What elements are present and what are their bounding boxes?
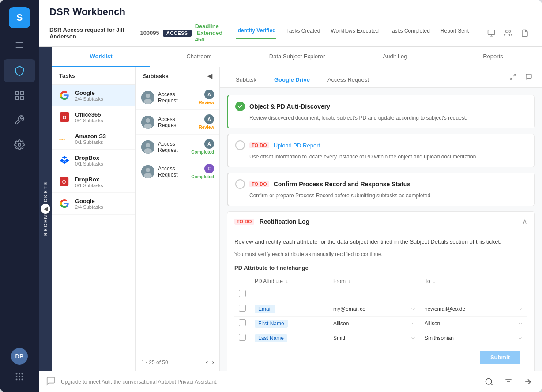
page-next-button[interactable]: ›: [212, 358, 214, 366]
task-item[interactable]: Google 2/4 Subtasks: [52, 193, 136, 215]
rect-desc: Review and rectify each attribute for th…: [234, 237, 527, 247]
step-tasks-completed[interactable]: Tasks Completed: [389, 28, 430, 38]
tab-data-subject-explorer[interactable]: Data Subject Explorer: [248, 47, 346, 67]
step-report-sent[interactable]: Report Sent: [440, 28, 469, 38]
pd-attribute-lastname: Last Name: [255, 334, 287, 342]
submit-button[interactable]: Submit: [480, 351, 520, 364]
logo[interactable]: S: [0, 0, 39, 35]
table-header-to: To ↓: [420, 275, 527, 287]
task-card-confirm: TO DO Confirm Process Record and Respons…: [227, 173, 535, 206]
work-tab-bar: Subtask Google Drive Access Request: [220, 67, 542, 88]
tab-worklist[interactable]: Worklist: [52, 47, 150, 67]
page-prev-button[interactable]: ‹: [206, 358, 208, 366]
subtasks-nav-left[interactable]: ◀: [207, 72, 212, 79]
table-row: First Name Allison: [234, 316, 527, 331]
tab-reports[interactable]: Reports: [444, 47, 542, 67]
task-logo-aws: aws: [58, 132, 71, 145]
svg-point-25: [146, 94, 150, 98]
sidebar-item-dashboard[interactable]: [4, 84, 35, 107]
search-icon[interactable]: [482, 375, 496, 389]
deadline-value: Extended 45d: [195, 30, 223, 43]
row-checkbox[interactable]: [239, 334, 246, 341]
ticket-type-badge: ACCESS: [163, 30, 192, 37]
tab-audit-log[interactable]: Audit Log: [346, 47, 444, 67]
task-item[interactable]: Google 2/4 Subtasks: [52, 85, 136, 106]
svg-point-31: [146, 143, 150, 147]
sidebar-item-wrench[interactable]: [4, 109, 35, 132]
task-subtask-count: 0/1 Subtasks: [75, 139, 129, 145]
task-subtask-count: 2/4 Subtasks: [75, 96, 129, 102]
work-tab-access-request[interactable]: Access Request: [319, 73, 378, 87]
task-name: DropBox: [75, 176, 129, 183]
subtask-item[interactable]: Access Request E Completed: [136, 159, 219, 184]
ticket-steps: Identity Verified Tasks Created Workflow…: [236, 27, 469, 39]
from-value-email: my@email.co: [333, 306, 408, 312]
work-tab-google-drive[interactable]: Google Drive: [265, 73, 319, 87]
step-identity-verified[interactable]: Identity Verified: [236, 27, 275, 39]
work-tab-subtask[interactable]: Subtask: [227, 73, 265, 87]
svg-point-16: [22, 379, 23, 381]
from-dropdown-lastname[interactable]: Smith: [333, 335, 416, 341]
bottom-bar: Upgrade to meet Auti, the conversational…: [39, 371, 542, 392]
subtask-info: Access Request: [158, 91, 196, 104]
task-item[interactable]: O DropBox 0/1 Subtasks: [52, 171, 136, 193]
subtask-status: Review: [199, 100, 214, 105]
chat-bubble-icon: [46, 376, 56, 388]
step-workflows-executed[interactable]: Workflows Executed: [331, 28, 379, 38]
subtask-avatar: [141, 165, 154, 178]
apps-icon[interactable]: [11, 368, 28, 385]
subtask-item[interactable]: Access Request A Review: [136, 110, 219, 135]
comment-icon[interactable]: [523, 71, 535, 85]
from-dropdown-firstname[interactable]: Allison: [333, 320, 416, 327]
subtask-badge: A Completed: [191, 139, 214, 155]
subtask-item[interactable]: Access Request A Review: [136, 85, 219, 110]
task-info: Amazon S3 0/1 Subtasks: [75, 133, 129, 145]
table-row: [234, 287, 527, 302]
tasks-header: Tasks: [52, 67, 136, 85]
row-checkbox[interactable]: [239, 319, 246, 326]
ticket-icon-people[interactable]: [501, 26, 515, 40]
svg-line-37: [510, 77, 512, 79]
filter-icon[interactable]: [501, 375, 516, 389]
arrow-icon[interactable]: [521, 375, 535, 389]
ticket-id: 100095: [140, 30, 159, 36]
panel-content: Tasks Google 2/4 Subtasks: [52, 67, 542, 371]
deadline-label: Deadline Extended 45d: [195, 23, 231, 43]
recent-tickets-sidebar[interactable]: ◀ RECENT TICKETS: [39, 47, 52, 371]
user-avatar[interactable]: DB: [11, 348, 28, 365]
to-dropdown-firstname[interactable]: Allison: [425, 320, 523, 327]
task-item[interactable]: DropBox 0/1 Subtasks: [52, 150, 136, 171]
rect-collapse-icon[interactable]: ∧: [522, 217, 527, 226]
to-dropdown-lastname[interactable]: Smithsonian: [425, 335, 523, 341]
rect-header: TO DO Rectification Log ∧: [227, 212, 534, 231]
row-checkbox[interactable]: [239, 290, 246, 297]
subtasks-panel: Subtasks ◀ Access Request: [136, 67, 220, 371]
task-name: Amazon S3: [75, 133, 129, 139]
subtask-item[interactable]: Access Request A Completed: [136, 135, 219, 159]
to-dropdown-email[interactable]: newemail@co.de: [425, 306, 523, 312]
subtask-badge-letter: E: [204, 164, 214, 173]
bottom-actions: [482, 375, 535, 389]
from-dropdown-email[interactable]: my@email.co: [333, 306, 416, 312]
step-tasks-created[interactable]: Tasks Created: [286, 28, 320, 38]
from-value-lastname: Smith: [333, 335, 408, 341]
tab-chatroom[interactable]: Chatroom: [150, 47, 248, 67]
svg-point-9: [19, 373, 20, 375]
sidebar-item-gear[interactable]: [4, 133, 35, 156]
task-item[interactable]: O Office365 0/4 Subtasks: [52, 106, 136, 128]
menu-button[interactable]: [0, 35, 39, 55]
task-card-title: Confirm Process Record and Response Stat…: [274, 181, 410, 188]
logo-box: S: [9, 7, 30, 28]
task-item[interactable]: aws Amazon S3 0/1 Subtasks: [52, 128, 136, 150]
sidebar-item-shield[interactable]: [4, 59, 35, 82]
expand-icon[interactable]: [507, 71, 519, 85]
task-card-title[interactable]: Upload PD Report: [274, 142, 320, 149]
table-header-attribute: PD Attribute ↓: [250, 275, 329, 287]
tasks-panel: Tasks Google 2/4 Subtasks: [52, 67, 136, 371]
task-card-desc: Use offset information to locate every i…: [249, 153, 527, 161]
ticket-icon-user[interactable]: [485, 26, 498, 40]
task-card-desc: Confirm or prepare Process Record before…: [249, 192, 527, 200]
row-checkbox[interactable]: [239, 305, 246, 312]
svg-rect-5: [15, 96, 19, 99]
ticket-icon-note[interactable]: [518, 26, 531, 40]
